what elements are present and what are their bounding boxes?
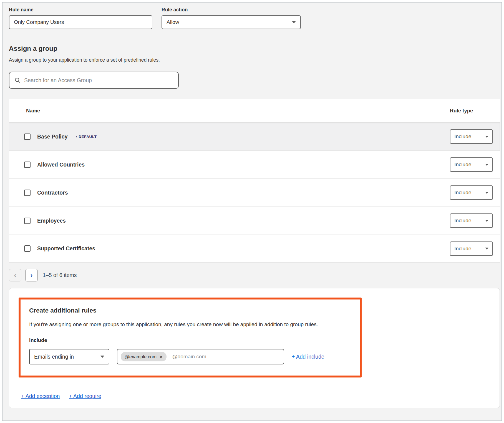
rule-selector-dropdown[interactable]: Emails ending in — [29, 349, 109, 364]
rule-action-select[interactable]: Allow — [162, 15, 301, 29]
chevron-down-icon — [485, 136, 488, 138]
row-checkbox[interactable] — [24, 190, 31, 196]
chevron-down-icon — [485, 220, 488, 222]
row-checkbox[interactable] — [24, 245, 31, 252]
chevron-right-icon: › — [31, 272, 33, 279]
table-row: Employees Include — [9, 207, 500, 235]
page-content: Rule name Rule action Allow Assign a gro… — [2, 2, 502, 421]
add-exception-link[interactable]: + Add exception — [21, 393, 60, 399]
pagination: ‹ › 1–5 of 6 items — [9, 269, 498, 281]
rule-type-select[interactable]: Include — [450, 241, 493, 256]
rule-type-value: Include — [454, 190, 471, 196]
include-rule-row: Emails ending in @example.com ✕ + Add in… — [29, 349, 351, 364]
rule-type-select[interactable]: Include — [450, 213, 493, 228]
rule-type-value: Include — [454, 134, 471, 140]
row-name: Supported Certificates — [37, 245, 95, 252]
rule-type-value: Include — [454, 246, 471, 252]
prev-page-button[interactable]: ‹ — [9, 269, 21, 281]
rule-action-links: + Add exception + Add require — [19, 393, 490, 399]
chip-label: @example.com — [125, 354, 157, 359]
rule-type-value: Include — [454, 162, 471, 168]
additional-rules-card: Create additional rules If you're assign… — [9, 288, 500, 408]
assign-group-description: Assign a group to your application to en… — [9, 57, 498, 63]
rule-action-value: Allow — [167, 19, 179, 25]
close-icon[interactable]: ✕ — [159, 355, 163, 359]
access-group-search — [9, 72, 179, 89]
row-name: Allowed Countries — [37, 162, 85, 168]
table-row: Supported Certificates Include — [9, 235, 500, 263]
access-group-table: Name Rule type Base Policy • DEFAULT Inc… — [9, 99, 500, 263]
row-name: Base Policy — [37, 134, 67, 140]
additional-rules-title: Create additional rules — [29, 307, 351, 314]
row-name: Employees — [37, 218, 66, 224]
add-include-link[interactable]: + Add include — [292, 354, 324, 360]
table-row: Contractors Include — [9, 178, 500, 207]
chevron-down-icon — [100, 356, 104, 358]
row-checkbox[interactable] — [24, 162, 31, 168]
email-domain-chip: @example.com ✕ — [121, 352, 167, 361]
rule-type-select[interactable]: Include — [450, 129, 493, 144]
chevron-left-icon: ‹ — [14, 272, 16, 279]
include-label: Include — [29, 337, 351, 343]
pagination-count: 1–5 of 6 items — [43, 272, 77, 278]
default-badge: • DEFAULT — [76, 135, 97, 139]
table-row: Allowed Countries Include — [9, 150, 500, 178]
rule-type-value: Include — [454, 218, 471, 224]
table-row: Base Policy • DEFAULT Include — [9, 122, 500, 150]
row-name: Contractors — [37, 190, 68, 196]
table-header: Name Rule type — [9, 99, 500, 122]
rule-action-label: Rule action — [162, 7, 301, 13]
rule-name-input[interactable] — [14, 19, 147, 25]
rule-name-label: Rule name — [9, 7, 152, 13]
row-checkbox[interactable] — [24, 218, 31, 224]
chevron-down-icon — [485, 248, 488, 250]
rule-type-select[interactable]: Include — [450, 185, 493, 200]
rule-name-input-wrap — [9, 15, 152, 29]
email-domain-input[interactable] — [172, 354, 280, 360]
rule-action-field: Rule action Allow — [162, 7, 301, 29]
add-require-link[interactable]: + Add require — [69, 393, 101, 399]
assign-group-title: Assign a group — [9, 45, 498, 52]
highlight-annotation-box: Create additional rules If you're assign… — [19, 298, 362, 377]
next-page-button[interactable]: › — [25, 269, 38, 281]
chevron-down-icon — [485, 192, 488, 194]
chevron-down-icon — [292, 21, 296, 23]
search-input[interactable] — [24, 77, 173, 84]
chevron-down-icon — [485, 164, 488, 166]
email-domain-input-wrap: @example.com ✕ — [117, 349, 284, 364]
column-header-name: Name — [9, 108, 450, 114]
row-checkbox[interactable] — [24, 134, 31, 140]
search-icon — [14, 77, 21, 83]
screenshot-root: Rule name Rule action Allow Assign a gro… — [0, 0, 504, 423]
rule-type-select[interactable]: Include — [450, 157, 493, 172]
additional-rules-description: If you're assigning one or more groups t… — [29, 321, 351, 328]
rule-name-field: Rule name — [9, 7, 152, 29]
rule-selector-value: Emails ending in — [34, 354, 74, 360]
rule-form: Rule name Rule action Allow — [9, 7, 498, 29]
column-header-rule-type: Rule type — [450, 108, 500, 114]
